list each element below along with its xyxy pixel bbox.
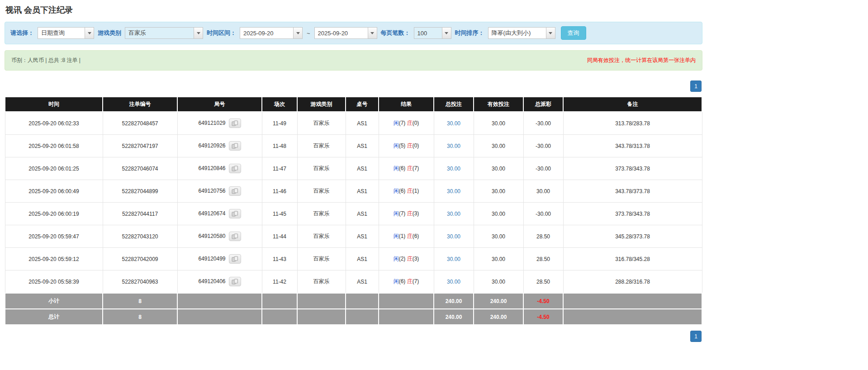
cell-game-type: 百家乐 [297, 203, 346, 225]
page-1-button[interactable]: 1 [690, 331, 702, 342]
cell-game-type: 百家乐 [297, 135, 346, 157]
query-type-arrow-button[interactable] [85, 27, 94, 39]
cell-bet-number: 522827042009 [103, 248, 177, 270]
cell-time: 2025-09-20 06:00:19 [5, 203, 103, 225]
cell-valid-bet: 30.00 [474, 135, 523, 157]
round-result-cards-icon[interactable] [229, 186, 241, 196]
game-type-arrow-button[interactable] [194, 27, 203, 39]
summary-total-bet: 240.00 [434, 309, 474, 325]
time-sort-input[interactable] [488, 27, 546, 39]
result-player: 闲(6) [394, 165, 406, 171]
pagination-bottom: 1 [5, 331, 702, 342]
column-header: 桌号 [346, 97, 379, 112]
round-number-text: 649120846 [198, 165, 225, 171]
cell-valid-bet: 30.00 [474, 180, 523, 203]
round-result-cards-icon[interactable] [229, 209, 241, 218]
cell-game-type: 百家乐 [297, 112, 346, 135]
cell-game-type: 百家乐 [297, 180, 346, 203]
total-bet-link[interactable]: 30.00 [447, 188, 460, 194]
caret-down-icon [549, 32, 552, 34]
table-row: 2025-09-20 06:01:58522827047197649120926… [5, 135, 702, 157]
summary-empty-cell [346, 309, 379, 325]
cell-bet-number: 522827047197 [103, 135, 177, 157]
total-bet-link[interactable]: 30.00 [447, 279, 460, 285]
round-result-cards-icon[interactable] [229, 277, 241, 286]
cell-bet-number: 522827043120 [103, 225, 177, 248]
cell-total-bet: 30.00 [434, 248, 474, 270]
column-header: 结果 [379, 97, 434, 112]
summary-empty-cell [177, 293, 262, 309]
cell-time: 2025-09-20 06:01:58 [5, 135, 103, 157]
date-from-arrow-button[interactable] [293, 27, 303, 39]
game-type-input[interactable] [125, 27, 194, 39]
cell-table-number: AS1 [346, 248, 379, 270]
round-result-cards-icon[interactable] [229, 119, 241, 128]
cell-remark: 313.78/283.78 [563, 112, 702, 135]
total-bet-link[interactable]: 30.00 [447, 120, 460, 127]
result-player: 闲(1) [394, 233, 406, 239]
page-size-input[interactable] [414, 27, 442, 39]
date-range-label: 时间区间： [207, 29, 236, 37]
column-header: 局号 [177, 97, 262, 112]
table-footer: 小计8240.00240.00-4.50总计8240.00240.00-4.50 [5, 293, 702, 325]
caret-down-icon [296, 32, 300, 34]
cell-payout: -30.00 [523, 135, 563, 157]
query-type-combobox [38, 27, 94, 39]
cell-round-number: 649120926 [177, 135, 262, 157]
round-number-text: 649120580 [198, 233, 225, 239]
time-sort-arrow-button[interactable] [546, 27, 555, 39]
cell-session: 11-47 [262, 157, 297, 180]
date-to-input[interactable] [314, 27, 368, 39]
caret-down-icon [197, 32, 200, 34]
date-from-input[interactable] [240, 27, 293, 39]
cell-table-number: AS1 [346, 180, 379, 203]
cell-payout: 28.50 [523, 270, 563, 294]
pagination-top: 1 [5, 81, 702, 92]
total-bet-link[interactable]: 30.00 [447, 256, 460, 262]
date-to-arrow-button[interactable] [368, 27, 377, 39]
cell-round-number: 649121029 [177, 112, 262, 135]
filter-bar: 请选择： 游戏类别 时间区间： ~ 每页笔数： 时间排序： [5, 22, 702, 44]
result-banker: 庄(7) [407, 278, 419, 285]
summary-count: 8 [103, 293, 177, 309]
round-result-cards-icon[interactable] [229, 254, 241, 264]
result-banker: 庄(3) [407, 256, 419, 262]
total-bet-link[interactable]: 30.00 [447, 143, 460, 149]
query-type-input[interactable] [38, 27, 85, 39]
result-banker: 庄(1) [407, 188, 419, 194]
page-1-button[interactable]: 1 [690, 81, 702, 92]
total-bet-link[interactable]: 30.00 [447, 211, 460, 217]
cell-valid-bet: 30.00 [474, 270, 523, 294]
page-size-label: 每页笔数： [381, 29, 410, 37]
cell-valid-bet: 30.00 [474, 225, 523, 248]
cell-result: 闲(6) 庄(7) [379, 157, 434, 180]
cell-round-number: 649120406 [177, 270, 262, 294]
round-number-text: 649120499 [198, 256, 225, 262]
round-result-cards-icon[interactable] [229, 232, 241, 241]
cell-result: 闲(7) 庄(3) [379, 203, 434, 225]
cell-remark: 373.78/343.78 [563, 157, 702, 180]
column-header: 时间 [5, 97, 103, 112]
caret-down-icon [445, 32, 448, 34]
cell-valid-bet: 30.00 [474, 248, 523, 270]
cell-total-bet: 30.00 [434, 180, 474, 203]
page-size-arrow-button[interactable] [442, 27, 451, 39]
cell-time: 2025-09-20 05:58:39 [5, 270, 103, 294]
result-banker: 庄(0) [407, 120, 419, 126]
search-button[interactable]: 查询 [561, 26, 586, 40]
cell-result: 闲(2) 庄(3) [379, 248, 434, 270]
total-bet-link[interactable]: 30.00 [447, 166, 460, 172]
cell-bet-number: 522827046074 [103, 157, 177, 180]
cell-total-bet: 30.00 [434, 135, 474, 157]
cell-total-bet: 30.00 [434, 112, 474, 135]
total-bet-link[interactable]: 30.00 [447, 233, 460, 240]
round-result-cards-icon[interactable] [229, 164, 241, 173]
table-row: 2025-09-20 05:59:47522827043120649120580… [5, 225, 702, 248]
cell-remark: 345.28/373.78 [563, 225, 702, 248]
round-result-cards-icon[interactable] [229, 141, 241, 151]
column-header: 注单编号 [103, 97, 177, 112]
cell-time: 2025-09-20 05:59:12 [5, 248, 103, 270]
summary-empty-cell [262, 293, 297, 309]
summary-payout: -4.50 [523, 309, 563, 325]
cell-round-number: 649120674 [177, 203, 262, 225]
